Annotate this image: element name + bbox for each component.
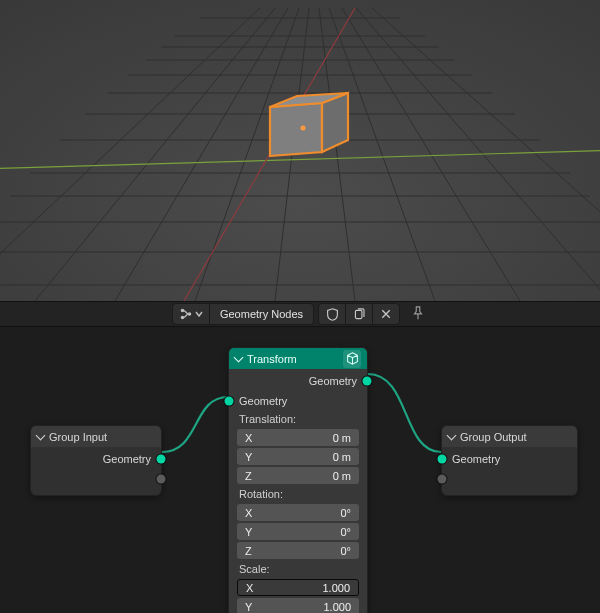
rotation-y-field[interactable]: Y0° bbox=[237, 523, 359, 540]
nodetree-icon bbox=[179, 307, 193, 321]
shield-icon bbox=[325, 307, 339, 321]
socket-output-virtual[interactable] bbox=[31, 469, 161, 489]
chevron-down-icon bbox=[234, 352, 244, 362]
socket-dot-icon[interactable] bbox=[225, 397, 234, 406]
socket-dot-icon[interactable] bbox=[157, 455, 166, 464]
socket-input-virtual[interactable] bbox=[442, 469, 577, 489]
viewport-grid-overlay bbox=[0, 0, 600, 301]
rotation-z-field[interactable]: Z0° bbox=[237, 542, 359, 559]
svg-line-1 bbox=[35, 8, 275, 301]
node-editor[interactable]: Group Input Geometry Transform Geometry bbox=[0, 327, 600, 613]
scale-y-field[interactable]: Y1.000 bbox=[237, 598, 359, 613]
modifier-name-field[interactable]: Geometry Nodes bbox=[209, 304, 313, 324]
node-title: Group Input bbox=[49, 431, 107, 443]
geometry-type-icon bbox=[343, 350, 361, 368]
node-group-input[interactable]: Group Input Geometry bbox=[30, 425, 162, 496]
3d-viewport[interactable] bbox=[0, 0, 600, 301]
socket-dot-icon[interactable] bbox=[363, 377, 372, 386]
node-editor-header: Geometry Nodes bbox=[0, 301, 600, 327]
svg-line-0 bbox=[0, 8, 260, 301]
socket-output-geometry[interactable]: Geometry bbox=[229, 371, 367, 391]
socket-output-geometry[interactable]: Geometry bbox=[31, 449, 161, 469]
translation-x-field[interactable]: X0 m bbox=[237, 429, 359, 446]
svg-line-6 bbox=[329, 8, 435, 301]
modifier-actions bbox=[318, 303, 400, 325]
node-header[interactable]: Group Input bbox=[31, 426, 161, 447]
shield-button[interactable] bbox=[319, 304, 345, 324]
unlink-button[interactable] bbox=[372, 304, 399, 324]
translation-label: Translation: bbox=[229, 411, 367, 427]
chevron-down-icon bbox=[36, 430, 46, 440]
object-origin-dot bbox=[301, 126, 306, 131]
scale-label: Scale: bbox=[229, 561, 367, 577]
socket-dot-icon[interactable] bbox=[438, 475, 447, 484]
svg-line-2 bbox=[115, 8, 288, 301]
scale-x-field[interactable]: X1.000 bbox=[237, 579, 359, 596]
socket-dot-icon[interactable] bbox=[157, 475, 166, 484]
node-type-dropdown[interactable] bbox=[173, 304, 209, 324]
node-header[interactable]: Group Output bbox=[442, 426, 577, 447]
chevron-down-icon bbox=[447, 430, 457, 440]
translation-y-field[interactable]: Y0 m bbox=[237, 448, 359, 465]
socket-dot-icon[interactable] bbox=[438, 455, 447, 464]
node-title: Transform bbox=[247, 353, 297, 365]
rotation-label: Rotation: bbox=[229, 486, 367, 502]
svg-line-7 bbox=[342, 8, 520, 301]
translation-z-field[interactable]: Z0 m bbox=[237, 467, 359, 484]
svg-point-28 bbox=[188, 312, 192, 316]
pin-button[interactable] bbox=[408, 304, 428, 324]
node-title: Group Output bbox=[460, 431, 527, 443]
svg-marker-23 bbox=[270, 103, 322, 156]
close-icon bbox=[379, 307, 393, 321]
node-header[interactable]: Transform bbox=[229, 348, 367, 369]
modifier-selector[interactable]: Geometry Nodes bbox=[172, 303, 314, 325]
socket-input-geometry[interactable]: Geometry bbox=[229, 391, 367, 411]
node-group-output[interactable]: Group Output Geometry bbox=[441, 425, 578, 496]
pin-icon bbox=[411, 306, 425, 322]
default-cube bbox=[270, 93, 348, 156]
chevron-down-icon bbox=[195, 308, 203, 320]
rotation-x-field[interactable]: X0° bbox=[237, 504, 359, 521]
svg-rect-29 bbox=[355, 310, 362, 318]
svg-point-27 bbox=[181, 316, 185, 320]
svg-line-5 bbox=[319, 8, 355, 301]
svg-point-26 bbox=[181, 309, 185, 313]
copy-icon bbox=[352, 307, 366, 321]
node-transform[interactable]: Transform Geometry Geometry Translation:… bbox=[228, 347, 368, 613]
socket-input-geometry[interactable]: Geometry bbox=[442, 449, 577, 469]
duplicate-button[interactable] bbox=[345, 304, 372, 324]
